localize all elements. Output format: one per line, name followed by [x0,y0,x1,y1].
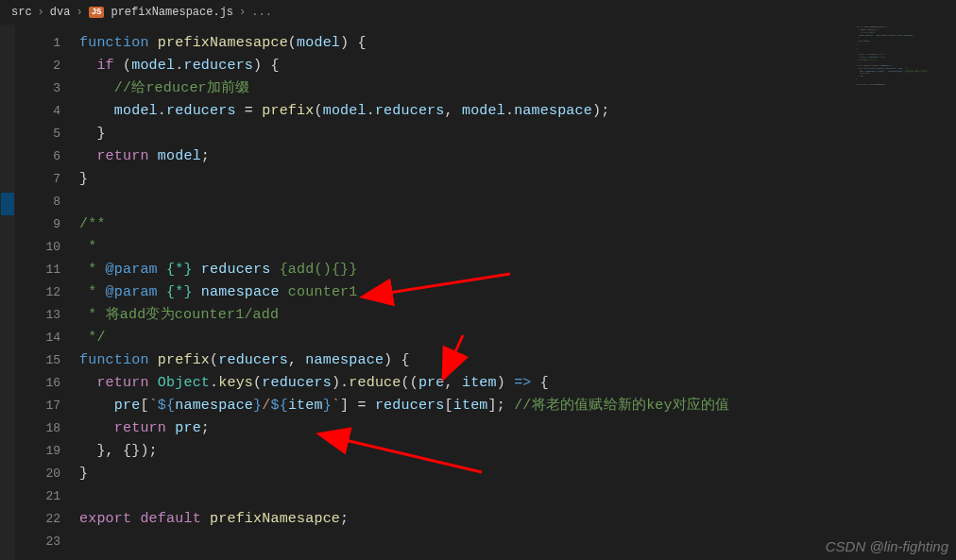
code-line[interactable]: }, {}); [79,440,852,463]
line-number: 20 [15,463,60,485]
chevron-right-icon: › [76,6,82,19]
code-line[interactable]: //给reducer加前缀 [79,77,852,100]
line-number: 18 [15,417,60,440]
code-line[interactable]: * 将add变为counter1/add [79,304,852,327]
line-number: 5 [15,123,60,145]
code-line[interactable]: * @param {*} reducers {add(){}} [79,259,852,281]
activity-indicator [1,193,14,215]
code-line[interactable] [79,531,852,553]
line-number: 13 [15,304,60,327]
line-number: 2 [15,55,60,77]
code-line[interactable]: * [79,236,852,259]
line-number: 8 [15,191,60,213]
code-line[interactable]: } [79,463,852,485]
watermark: CSDN @lin-fighting [826,538,948,554]
line-number: 16 [15,372,60,395]
line-number: 6 [15,145,60,168]
line-number: 10 [15,236,60,259]
minimap[interactable]: function prefixNamesapce(model) { if (mo… [852,25,956,560]
code-line[interactable]: model.reducers = prefix(model.reducers, … [79,100,852,123]
editor-area: 1234567891011121314151617181920212223 fu… [0,25,956,560]
code-line[interactable]: */ [79,327,852,349]
line-number: 19 [15,440,60,463]
code-line[interactable] [79,191,852,213]
line-number: 15 [15,349,60,372]
line-number: 12 [15,281,60,304]
line-number: 4 [15,100,60,123]
code-line[interactable] [79,485,852,508]
breadcrumb-part-dva[interactable]: dva [50,6,71,19]
breadcrumb[interactable]: src › dva › JS prefixNamespace.js › ... [0,0,956,25]
code-line[interactable]: } [79,123,852,145]
activity-bar [0,25,15,560]
chevron-right-icon: › [239,6,246,19]
line-number: 11 [15,259,60,281]
line-number: 23 [15,531,60,553]
line-number: 21 [15,485,60,508]
code-line[interactable] [856,86,956,89]
code-line[interactable]: * @param {*} namespace counter1 [79,281,852,304]
line-number: 3 [15,77,60,100]
code-line[interactable]: export default prefixNamesapce; [79,508,852,531]
code-line[interactable]: function prefixNamesapce(model) { [79,32,852,55]
code-line[interactable]: return Object.keys(reducers).reduce((pre… [79,372,852,395]
code-line[interactable]: } [79,168,852,191]
breadcrumb-part-src[interactable]: src [11,6,32,19]
line-number: 14 [15,327,60,349]
line-number: 9 [15,213,60,236]
code-line[interactable]: return pre; [79,417,852,440]
line-number: 1 [15,32,60,55]
code-line[interactable]: /** [79,213,852,236]
js-file-icon: JS [89,7,105,18]
code-text-area[interactable]: function prefixNamesapce(model) { if (mo… [79,25,852,560]
line-number: 22 [15,508,60,531]
chevron-right-icon: › [38,6,44,19]
code-line[interactable]: pre[`${namespace}/${item}`] = reducers[i… [79,395,852,417]
line-number: 17 [15,395,60,417]
code-line[interactable]: if (model.reducers) { [79,55,852,77]
code-line[interactable]: function prefix(reducers, namespace) { [79,349,852,372]
line-number-gutter[interactable]: 1234567891011121314151617181920212223 [15,25,79,560]
code-line[interactable]: return model; [79,145,852,168]
breadcrumb-ellipsis[interactable]: ... [251,6,272,19]
breadcrumb-file[interactable]: prefixNamespace.js [111,6,233,19]
line-number: 7 [15,168,60,191]
